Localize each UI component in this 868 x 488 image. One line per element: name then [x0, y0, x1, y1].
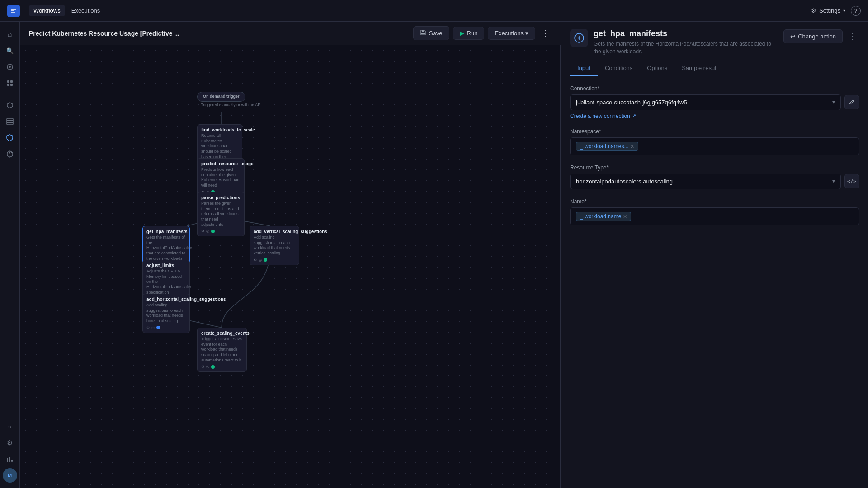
panel-top: get_hpa_manifests Gets the manifests of … [570, 29, 859, 56]
vertical-settings-icon: ⚙ [254, 258, 257, 262]
add-horizontal-title: add_horizontal_scaling_suggestions [146, 297, 186, 302]
create-scaling-title: create_scaling_events [201, 331, 243, 336]
sidebar-item-grid[interactable] [3, 76, 17, 90]
sidebar-bottom: » ⚙ M [3, 419, 17, 483]
parse-settings-icon: ⚙ [201, 229, 204, 233]
svg-point-2 [9, 66, 11, 68]
create-scaling-events-node[interactable]: create_scaling_events Trigger a custom S… [197, 328, 247, 372]
save-button[interactable]: Save [413, 26, 449, 40]
parse-status-dot [211, 230, 215, 233]
tab-options[interactable]: Options [640, 61, 675, 76]
nav-executions[interactable]: Executions [67, 5, 105, 16]
sidebar-expand-icon[interactable]: » [3, 419, 17, 434]
svg-rect-7 [7, 118, 13, 125]
change-action-button[interactable]: ↩ Change action [783, 29, 843, 43]
connection-select[interactable]: jubilant-space-succotash-j6gjg657q6fq4w5… [570, 94, 841, 110]
svg-rect-6 [10, 84, 13, 86]
add-horizontal-scaling-node[interactable]: add_horizontal_scaling_suggestions Add s… [142, 294, 190, 333]
resource-type-label: Resource Type* [570, 164, 859, 171]
connection-label: Connection* [570, 85, 859, 92]
add-vertical-title: add_vertical_scaling_suggestions [254, 229, 295, 234]
name-tag-text: _.workload.name [580, 213, 621, 220]
tab-sample-result[interactable]: Sample result [675, 61, 725, 76]
predict-resource-desc: Predicts how each container the given Ku… [201, 167, 241, 188]
panel-body: Connection* jubilant-space-succotash-j6g… [561, 76, 868, 488]
panel-node-icon [570, 29, 588, 47]
canvas-header: Predict Kubernetes Resource Usage [Predi… [20, 22, 561, 45]
sidebar-item-shield[interactable] [3, 131, 17, 145]
help-icon: ? [851, 6, 861, 16]
namespace-input[interactable]: _.workload.names... × [570, 137, 859, 155]
name-tag: _.workload.name × [576, 212, 631, 221]
namespace-tag-text: _.workload.names... [580, 143, 628, 150]
sidebar-chart-icon[interactable] [3, 452, 17, 466]
namespace-tag-close-icon[interactable]: × [630, 143, 634, 150]
svg-rect-3 [7, 80, 9, 83]
executions-button[interactable]: Executions ▾ [488, 27, 535, 40]
add-horizontal-desc: Add scaling suggestions to each workload… [146, 303, 186, 324]
horizontal-settings-icon: ⚙ [146, 326, 150, 330]
app-logo [7, 5, 20, 17]
right-panel: get_hpa_manifests Gets the manifests of … [561, 22, 868, 488]
trigger-desc-node[interactable]: Triggered manually or with an API [197, 102, 265, 109]
sidebar-item-package[interactable] [3, 147, 17, 161]
sidebar-item-node[interactable] [3, 98, 17, 113]
canvas-actions: Save ▶ Run Executions ▾ ⋮ [413, 26, 552, 40]
horizontal-status-dot [156, 326, 160, 329]
run-button[interactable]: ▶ Run [453, 27, 485, 40]
left-sidebar: ⌂ 🔍 » ⚙ M [0, 22, 20, 488]
name-input[interactable]: _.workload.name × [570, 207, 859, 225]
resource-type-select[interactable]: horizontalpodautoscalers.autoscaling ▾ [570, 174, 841, 189]
namespace-label: Namespace* [570, 128, 859, 135]
settings-button[interactable]: ⚙ Settings ▾ [811, 7, 845, 14]
sidebar-user-avatar[interactable]: M [3, 468, 17, 483]
name-field-group: Name* _.workload.name × [570, 198, 859, 225]
create-scaling-desc: Trigger a custom Sovs event for each wor… [201, 337, 243, 363]
svg-rect-4 [10, 80, 13, 83]
help-button[interactable]: ? [851, 6, 861, 16]
namespace-field-group: Namespace* _.workload.names... × [570, 128, 859, 155]
predict-resource-node[interactable]: predict_resource_usage Predicts how each… [197, 158, 245, 197]
name-label: Name* [570, 198, 859, 205]
parse-predictions-node[interactable]: parse_predictions Parses the given them … [197, 192, 245, 236]
code-icon-label: </> [847, 178, 856, 184]
create-connection-link[interactable]: Create a new connection ↗ [570, 113, 859, 119]
executions-label: Executions [495, 30, 524, 37]
change-action-arrow-icon: ↩ [790, 33, 795, 40]
panel-title-area: get_hpa_manifests Gets the manifests of … [594, 29, 778, 56]
external-link-icon: ↗ [632, 113, 636, 119]
tab-input[interactable]: Input [570, 61, 598, 76]
sidebar-item-table[interactable] [3, 114, 17, 129]
tab-conditions[interactable]: Conditions [598, 61, 640, 76]
save-icon [420, 29, 426, 37]
nav-workflows[interactable]: Workflows [29, 5, 65, 16]
parse-predictions-title: parse_predictions [201, 195, 241, 200]
panel-tabs: Input Conditions Options Sample result [570, 61, 859, 76]
sidebar-item-home[interactable]: ⌂ [3, 27, 17, 42]
resource-type-code-button[interactable]: </> [844, 174, 859, 188]
adjust-limits-title: adjust_limits [146, 263, 186, 268]
connection-value: jubilant-space-succotash-j6gjg657q6fq4w5 [576, 99, 687, 106]
connection-edit-button[interactable] [844, 95, 859, 109]
sidebar-divider-1 [4, 94, 16, 94]
trigger-node[interactable]: On demand trigger [197, 92, 245, 102]
parse-status-icon: ◎ [206, 229, 209, 233]
resource-type-chevron-icon: ▾ [832, 178, 835, 184]
name-tag-close-icon[interactable]: × [623, 213, 627, 220]
vertical-status-icon: ◎ [259, 258, 262, 262]
resource-type-row: horizontalpodautoscalers.autoscaling ▾ <… [570, 174, 859, 189]
sidebar-settings-icon[interactable]: ⚙ [3, 436, 17, 450]
resource-type-field-group: Resource Type* horizontalpodautoscalers.… [570, 164, 859, 189]
more-options-button[interactable]: ⋮ [539, 27, 552, 40]
panel-more-button[interactable]: ⋮ [846, 29, 859, 43]
sidebar-item-search[interactable]: 🔍 [3, 43, 17, 58]
panel-node-description: Gets the manifests of the HorizontalPodA… [594, 40, 778, 56]
add-vertical-scaling-node[interactable]: add_vertical_scaling_suggestions Add sca… [250, 226, 299, 265]
scaling-status-dot [211, 365, 215, 369]
connection-row: jubilant-space-succotash-j6gjg657q6fq4w5… [570, 94, 859, 110]
svg-rect-14 [9, 457, 10, 462]
workflow-canvas[interactable]: On demand trigger Triggered manually or … [20, 45, 561, 488]
get-hpa-title: get_hpa_manifests [146, 229, 186, 234]
sidebar-item-activity[interactable] [3, 60, 17, 74]
scaling-status-icon: ◎ [206, 365, 209, 369]
